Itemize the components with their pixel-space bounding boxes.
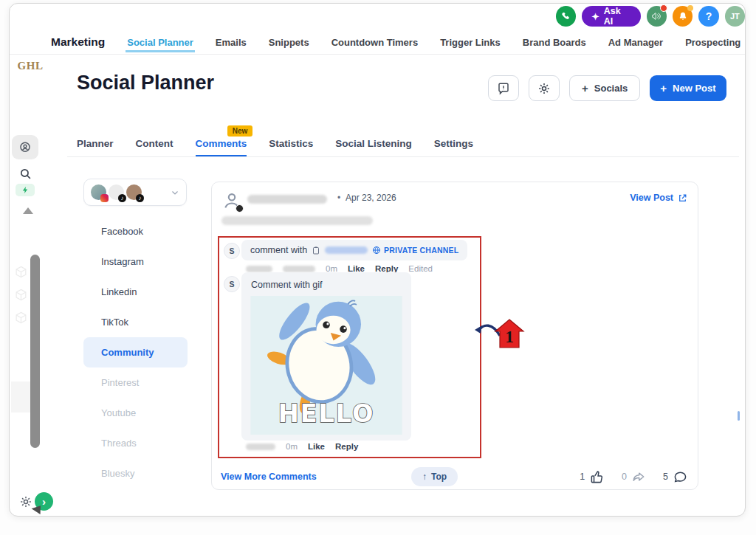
up-arrow-icon: ↑: [422, 472, 427, 482]
add-socials-label: Socials: [594, 83, 628, 94]
penguin-hello-illustration: HELLO: [247, 296, 405, 435]
channel-linkedin[interactable]: Linkedin: [83, 277, 188, 307]
sparkle-icon: ✦: [591, 11, 599, 22]
tab-settings[interactable]: Settings: [434, 138, 473, 157]
module-cube-icon[interactable]: [14, 265, 28, 279]
instagram-badge-icon: [100, 194, 109, 202]
comment2-like-button[interactable]: Like: [308, 442, 325, 451]
search-rail-button[interactable]: [16, 165, 34, 182]
view-more-comments-link[interactable]: View More Comments: [221, 472, 317, 482]
thumbs-up-icon[interactable]: [590, 470, 604, 484]
nav-tab-brand-boards[interactable]: Brand Boards: [521, 32, 588, 52]
comment2-avatar: S: [224, 276, 240, 292]
comment2-reply-button[interactable]: Reply: [335, 442, 358, 451]
planner-settings-button[interactable]: [529, 75, 560, 101]
settings-gear-icon[interactable]: [19, 495, 32, 508]
tab-planner[interactable]: Planner: [77, 138, 114, 157]
scroll-up-arrow-icon[interactable]: [23, 207, 33, 214]
tab-comments-label: Comments: [196, 138, 247, 149]
ghl-logo: GHL: [14, 60, 47, 72]
tiktok-badge-icon: ♪: [118, 194, 126, 202]
spark-icon: [21, 186, 30, 194]
private-channel-tag: PRIVATE CHANNEL: [372, 246, 458, 255]
tiktok-account-avatar: ♪: [109, 184, 124, 200]
tab-statistics[interactable]: Statistics: [269, 138, 313, 157]
engagement-stats: 1 0 5: [580, 470, 687, 484]
tab-bar-divider: [67, 156, 739, 157]
private-channel-label: PRIVATE CHANNEL: [384, 246, 458, 255]
channel-community[interactable]: Community: [83, 337, 188, 367]
redacted-meta: [283, 266, 315, 272]
redacted-author-name: [247, 195, 327, 204]
comment-bubble-icon[interactable]: [673, 470, 687, 484]
comment1-bubble: comment with PRIVATE CHANNEL: [241, 240, 467, 260]
phone-button[interactable]: [556, 6, 576, 27]
annotation-step-marker: 1: [475, 318, 531, 352]
nav-tab-group: Social Planner Emails Snippets Countdown…: [126, 32, 742, 52]
comment2-time: 0m: [286, 442, 298, 451]
annotation-number: 1: [505, 328, 514, 346]
channel-tiktok[interactable]: TikTok: [83, 307, 188, 337]
gear-icon: [537, 82, 551, 95]
nav-tab-social-planner[interactable]: Social Planner: [126, 32, 195, 52]
announcements-button[interactable]: [647, 6, 667, 27]
avatar-initials: JT: [730, 12, 740, 21]
contact-icon: [18, 141, 32, 154]
view-post-link[interactable]: View Post: [630, 193, 687, 203]
planner-tab-bar: Planner Content Comments New Statistics …: [77, 131, 473, 157]
post-comments-card: • Apr 23, 2026 View Post S comment with …: [211, 182, 698, 490]
feedback-button[interactable]: [488, 75, 519, 101]
clipboard-icon: [312, 246, 320, 255]
share-icon[interactable]: [632, 470, 645, 483]
channel-bluesky[interactable]: Bluesky: [83, 458, 188, 489]
tab-comments[interactable]: Comments New: [196, 138, 247, 157]
ask-ai-button[interactable]: ✦ Ask AI: [582, 6, 641, 27]
tiktok-badge-icon: ♪: [136, 194, 144, 202]
penguin-gif[interactable]: HELLO: [247, 296, 405, 435]
tab-content[interactable]: Content: [136, 138, 173, 157]
channel-facebook[interactable]: Facebook: [83, 216, 188, 246]
sort-top-label: Top: [431, 472, 447, 482]
nav-tab-ad-manager[interactable]: Ad Manager: [607, 32, 664, 52]
account-selector-dropdown[interactable]: ♪ ♪: [83, 179, 187, 206]
nav-divider: [10, 54, 745, 55]
help-button[interactable]: ?: [698, 6, 718, 27]
channel-instagram[interactable]: Instagram: [83, 246, 188, 277]
notifications-button[interactable]: [673, 6, 693, 27]
nav-tab-snippets[interactable]: Snippets: [267, 32, 311, 52]
account-avatars: ♪ ♪: [91, 184, 144, 200]
header-actions: + Socials + New Post: [488, 75, 726, 101]
new-post-button[interactable]: + New Post: [650, 75, 726, 101]
comment1-edited-label: Edited: [408, 264, 433, 273]
nav-section-marketing: Marketing: [51, 35, 105, 49]
question-icon: ?: [706, 10, 712, 22]
vertical-scrollbar-thumb[interactable]: [30, 255, 40, 448]
nav-tab-prospecting[interactable]: Prospecting: [684, 32, 742, 52]
channel-list: Facebook Instagram Linkedin TikTok Commu…: [83, 216, 188, 489]
ask-ai-label: Ask AI: [604, 6, 631, 27]
top-navigation: Marketing Social Planner Emails Snippets…: [51, 30, 742, 54]
tab-social-listening[interactable]: Social Listening: [335, 138, 412, 157]
module-cube-icon[interactable]: [14, 288, 28, 302]
redacted-mention: [325, 246, 368, 254]
nav-tab-trigger-links[interactable]: Trigger Links: [439, 32, 502, 52]
nav-tab-emails[interactable]: Emails: [214, 32, 248, 52]
redacted-meta: [246, 443, 275, 450]
user-avatar[interactable]: JT: [725, 6, 745, 27]
channel-youtube[interactable]: Youtube: [83, 398, 188, 428]
gif-caption: HELLO: [278, 399, 375, 428]
module-cube-icon[interactable]: [14, 311, 28, 325]
contacts-rail-button[interactable]: [12, 135, 38, 159]
add-socials-button[interactable]: + Socials: [569, 75, 640, 101]
channel-pinterest[interactable]: Pinterest: [83, 367, 188, 398]
new-badge: New: [227, 125, 253, 137]
plus-icon: +: [660, 83, 667, 94]
nav-tab-countdown-timers[interactable]: Countdown Timers: [330, 32, 419, 52]
comment-count: 5: [663, 472, 668, 482]
rail-highlight-block: [11, 382, 30, 413]
megaphone-icon: [651, 11, 662, 21]
ai-spark-button[interactable]: [16, 184, 35, 196]
channel-threads[interactable]: Threads: [83, 428, 188, 458]
view-post-label: View Post: [630, 193, 673, 203]
sort-top-button[interactable]: ↑ Top: [411, 467, 458, 486]
